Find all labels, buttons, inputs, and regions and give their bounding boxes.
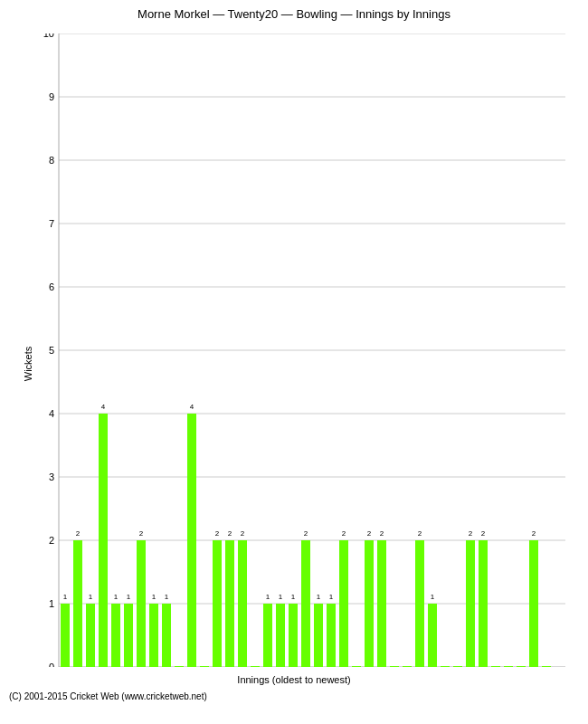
svg-rect-131 — [517, 666, 526, 667]
svg-rect-41 — [137, 540, 146, 667]
svg-rect-29 — [86, 604, 95, 667]
svg-rect-98 — [377, 540, 386, 667]
svg-text:10: 10 — [43, 33, 54, 39]
svg-text:2: 2 — [342, 529, 346, 538]
chart-title: Morne Morkel — Twenty20 — Bowling — Inni… — [0, 0, 588, 24]
svg-rect-104 — [403, 666, 412, 667]
svg-rect-74 — [276, 604, 285, 667]
svg-rect-65 — [238, 540, 247, 667]
svg-rect-116 — [453, 666, 462, 667]
svg-text:0: 0 — [49, 662, 54, 667]
svg-text:1: 1 — [291, 593, 296, 601]
svg-text:1: 1 — [165, 593, 169, 601]
svg-text:1: 1 — [152, 593, 156, 601]
svg-rect-32 — [99, 414, 108, 667]
svg-rect-38 — [124, 604, 133, 667]
svg-rect-110 — [428, 604, 437, 667]
svg-rect-26 — [73, 540, 82, 667]
svg-rect-77 — [289, 604, 298, 667]
chart-container: Morne Morkel — Twenty20 — Bowling — Inni… — [0, 0, 588, 724]
svg-text:2: 2 — [469, 529, 473, 538]
chart-svg: 10 9 8 7 6 5 4 3 2 1 0 1 1 2 2 — [32, 33, 574, 667]
svg-text:1: 1 — [63, 593, 68, 601]
svg-text:2: 2 — [215, 529, 220, 538]
svg-text:4: 4 — [101, 403, 106, 411]
svg-text:1: 1 — [317, 593, 321, 601]
svg-rect-80 — [301, 540, 310, 667]
svg-text:4: 4 — [190, 403, 194, 411]
svg-rect-62 — [225, 540, 234, 667]
svg-rect-134 — [529, 540, 538, 667]
svg-text:1: 1 — [49, 598, 54, 609]
svg-rect-89 — [339, 540, 348, 667]
svg-rect-83 — [314, 604, 323, 667]
svg-rect-122 — [479, 540, 488, 667]
svg-rect-35 — [111, 604, 120, 667]
svg-rect-125 — [491, 666, 500, 667]
svg-text:2: 2 — [380, 529, 384, 538]
svg-rect-92 — [352, 666, 361, 667]
svg-text:4: 4 — [49, 408, 54, 419]
svg-rect-107 — [415, 540, 424, 667]
svg-rect-23 — [61, 604, 70, 667]
svg-text:8: 8 — [49, 155, 54, 166]
svg-text:2: 2 — [418, 529, 422, 538]
svg-text:1: 1 — [329, 593, 334, 601]
svg-rect-44 — [149, 604, 158, 667]
svg-rect-47 — [162, 604, 171, 667]
svg-text:1: 1 — [114, 593, 119, 601]
svg-text:2: 2 — [76, 529, 81, 538]
svg-rect-128 — [504, 666, 513, 667]
svg-rect-101 — [390, 666, 399, 667]
svg-text:2: 2 — [481, 529, 486, 538]
svg-text:5: 5 — [49, 345, 54, 356]
svg-rect-50 — [175, 666, 184, 667]
svg-text:2: 2 — [367, 529, 372, 538]
x-axis-label: Innings (oldest to newest) — [237, 674, 350, 685]
svg-rect-119 — [466, 540, 475, 667]
svg-text:3: 3 — [49, 472, 54, 482]
svg-rect-86 — [327, 604, 336, 667]
svg-text:2: 2 — [49, 535, 54, 546]
svg-rect-53 — [187, 414, 196, 667]
svg-rect-56 — [200, 666, 209, 667]
svg-rect-113 — [441, 666, 450, 667]
svg-text:2: 2 — [532, 529, 536, 538]
svg-text:7: 7 — [49, 218, 54, 229]
svg-text:9: 9 — [49, 91, 54, 102]
svg-rect-68 — [251, 666, 260, 667]
svg-rect-71 — [263, 604, 272, 667]
svg-rect-95 — [365, 540, 374, 667]
svg-rect-59 — [213, 540, 222, 667]
svg-text:1: 1 — [127, 593, 131, 601]
svg-text:1: 1 — [266, 593, 270, 601]
svg-text:1: 1 — [89, 593, 93, 601]
svg-text:1: 1 — [431, 593, 435, 601]
svg-rect-137 — [542, 666, 551, 667]
svg-text:6: 6 — [49, 281, 54, 292]
svg-text:2: 2 — [304, 529, 308, 538]
svg-text:2: 2 — [241, 529, 245, 538]
svg-text:1: 1 — [279, 593, 283, 601]
svg-text:2: 2 — [139, 529, 144, 538]
copyright: (C) 2001-2015 Cricket Web (www.cricketwe… — [9, 691, 207, 701]
svg-text:2: 2 — [228, 529, 232, 538]
